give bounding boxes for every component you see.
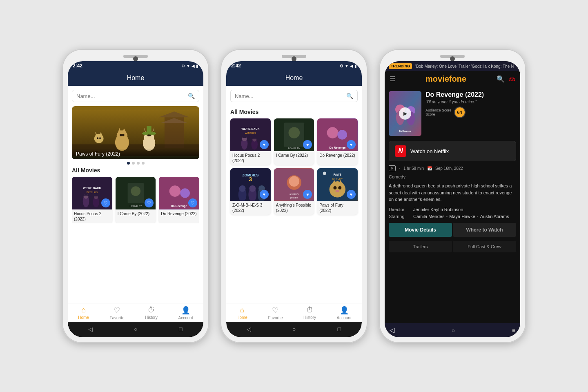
movie-meta: R • 1 hr 58 min 📅 Sep 16th, 2022 — [389, 165, 516, 171]
movie-title-icameby-1: I Came By (2022) — [116, 209, 156, 218]
svg-point-9 — [120, 134, 122, 136]
battery-icon-2: ▮ — [354, 64, 357, 68]
recent-btn-1[interactable]: □ — [177, 325, 185, 333]
release-date: Sep 16th, 2022 — [435, 166, 463, 171]
fav-btn-hocus-2[interactable]: ♥ — [260, 140, 269, 149]
battery-icon: ▮ — [196, 64, 198, 68]
svg-text:anything's: anything's — [290, 193, 299, 195]
tab-where-to-watch[interactable]: Where to Watch — [453, 223, 516, 237]
search-input-2[interactable] — [235, 93, 346, 99]
movie-title-dorevenge-1: Do Revenge (2022) — [159, 209, 199, 218]
hamburger-icon[interactable]: ☰ — [390, 75, 395, 83]
heart-icon-2: ♡ — [272, 306, 278, 315]
movie-card-zombies-2[interactable]: ZOMBIES 3 ♥ — [230, 168, 271, 215]
director-row: Director Jennifer Kaytin Robinson — [389, 207, 516, 212]
dot-1 — [127, 162, 130, 165]
bottom-back-icon[interactable]: ◁ — [390, 326, 394, 334]
starring-value-3: Austin Abrams — [480, 214, 509, 219]
camera-1 — [133, 56, 138, 61]
movie-poster-paws-2: PAWS OF FURY — [317, 168, 358, 201]
movie-poster-icameby-1: I CAME BY ♡ — [116, 177, 156, 209]
search-bar-1[interactable]: 🔍 — [72, 90, 199, 102]
status-bar-1: 2:42 ⚙ ▼ ◀ ▮ — [68, 61, 203, 70]
subtab-full-cast[interactable]: Full Cast & Crew — [453, 241, 516, 252]
movie-title-zombies-2: Z-O-M-B-I-E-S 3 (2022) — [230, 201, 271, 215]
heart-icon-1: ♡ — [114, 306, 120, 315]
nav-home-1[interactable]: ⌂ Home — [78, 306, 89, 320]
svg-text:PAWS: PAWS — [334, 173, 342, 176]
starring-label: Starring — [389, 214, 413, 219]
svg-point-81 — [323, 172, 326, 175]
phone-1: 2:42 ⚙ ▼ ◀ ▮ Home 🔍 — [62, 49, 209, 343]
back-btn-1[interactable]: ◁ — [86, 325, 94, 333]
search-icon-3[interactable]: 🔍 — [497, 75, 505, 83]
nav-home-2[interactable]: ⌂ Home — [236, 306, 247, 320]
phone-3-screen: TRENDING 'Bob Marley: One Love' Trailer … — [385, 61, 520, 337]
nav-history-1[interactable]: ⏱ History — [145, 306, 158, 320]
movie-card-icameby-1[interactable]: I CAME BY ♡ I Came By (2022) — [116, 177, 156, 223]
movie-card-icameby-2[interactable]: I CAME BY ♥ I Came By (2022) — [274, 118, 314, 165]
movie-card-hocus-2[interactable]: WE'RE BACK WITCHES ♥ — [230, 118, 271, 165]
home-btn-2[interactable]: ○ — [290, 325, 298, 333]
nav-favorite-1[interactable]: ♡ Favorite — [109, 306, 124, 320]
movie-top: Do Revenge ▶ Do Revenge (2022) "I'll do … — [389, 91, 516, 136]
nav-history-2[interactable]: ⏱ History — [303, 306, 316, 320]
rating-badge: R — [389, 165, 396, 171]
svg-text:WE'RE BACK: WE'RE BACK — [83, 187, 101, 189]
nav-account-1[interactable]: 👤 Account — [178, 306, 193, 320]
fav-btn-dorevenge-1[interactable]: ♡ — [188, 198, 197, 207]
svg-point-69 — [289, 176, 299, 187]
svg-point-79 — [339, 186, 342, 189]
watch-netflix-label: Watch on Netflix — [410, 148, 449, 154]
movie-tagline: "I'll do yours if you do mine." — [425, 100, 516, 104]
search-input-1[interactable] — [76, 93, 188, 99]
account-icon-1: 👤 — [181, 306, 190, 315]
status-bar-2: 2:42 ⚙ ▼ ◀ ▮ — [226, 61, 362, 70]
history-icon-2: ⏱ — [306, 306, 314, 314]
nav-account-2[interactable]: 👤 Account — [337, 306, 352, 320]
starring-row: Starring Camila Mendes • Maya Hawke • Au… — [389, 214, 516, 219]
back-btn-2[interactable]: ◁ — [245, 325, 253, 333]
moviefone-content: Do Revenge ▶ Do Revenge (2022) "I'll do … — [385, 87, 520, 323]
genre-text: Comedy — [389, 174, 516, 179]
home-btn-1[interactable]: ○ — [131, 325, 140, 333]
search-bar-2[interactable]: 🔍 — [230, 90, 358, 102]
bottom-home-icon[interactable]: ○ — [452, 327, 455, 334]
status-icons-1: ⚙ ▼ ◀ ▮ — [181, 64, 198, 68]
fav-btn-paws-2[interactable]: ♥ — [347, 190, 356, 199]
phone-2-scroll: 🔍 All Movies WE'RE BACK WITCHES — [226, 86, 362, 303]
ticket-icon[interactable]: 🎟 — [509, 76, 515, 83]
tab-movie-details[interactable]: Movie Details — [389, 223, 452, 237]
bottom-nav-2: ⌂ Home ♡ Favorite ⏱ History 👤 Account — [226, 303, 362, 322]
movie-card-dorevenge-1[interactable]: Do Revenge ♡ Do Revenge (2022) — [159, 177, 199, 223]
play-btn[interactable]: ▶ — [399, 107, 411, 120]
bottom-menu-icon[interactable]: ≡ — [512, 327, 515, 334]
dot-2 — [132, 162, 135, 165]
movie-card-paws-2[interactable]: PAWS OF FURY — [317, 168, 358, 215]
carousel-dots-1 — [68, 162, 203, 165]
fav-btn-zombies-2[interactable]: ♥ — [260, 190, 269, 199]
movie-card-hocus-1[interactable]: WE'RE BACK WITCHES — [72, 177, 112, 223]
moviefone-header: ☰ moviefone 🔍 🎟 — [385, 71, 520, 87]
svg-point-62 — [239, 185, 246, 192]
trending-bar: TRENDING 'Bob Marley: One Love' Trailer … — [385, 61, 520, 71]
score-badge: 64 — [454, 107, 466, 118]
watch-netflix-btn[interactable]: N Watch on Netflix — [389, 141, 516, 161]
logo-second: fone — [449, 74, 466, 83]
movie-card-anything-2[interactable]: anything's possible ♥ Anything's Possibl… — [274, 168, 314, 215]
starring-dot-1: • — [446, 214, 448, 219]
recent-btn-2[interactable]: □ — [335, 325, 343, 333]
fav-btn-dorevenge-2[interactable]: ♥ — [347, 140, 356, 149]
svg-text:Do Revenge: Do Revenge — [330, 146, 346, 149]
movie-description: A dethroned queen bee at a posh private … — [389, 183, 516, 203]
svg-point-38 — [169, 185, 181, 197]
mf-bottom-bar: ◁ ○ ≡ — [385, 323, 520, 337]
audience-score-label: Audience Score — [425, 108, 452, 112]
svg-rect-16 — [147, 126, 151, 134]
fav-btn-hocus-1[interactable]: ♡ — [101, 198, 110, 207]
director-value: Jennifer Kaytin Robinson — [413, 207, 463, 212]
subtab-trailers[interactable]: Trailers — [389, 241, 452, 252]
movie-card-dorevenge-2[interactable]: Do Revenge ♥ Do Revenge (2022) — [317, 118, 358, 165]
nav-favorite-2[interactable]: ♡ Favorite — [268, 306, 283, 320]
movie-title-icameby-2: I Came By (2022) — [274, 151, 314, 160]
